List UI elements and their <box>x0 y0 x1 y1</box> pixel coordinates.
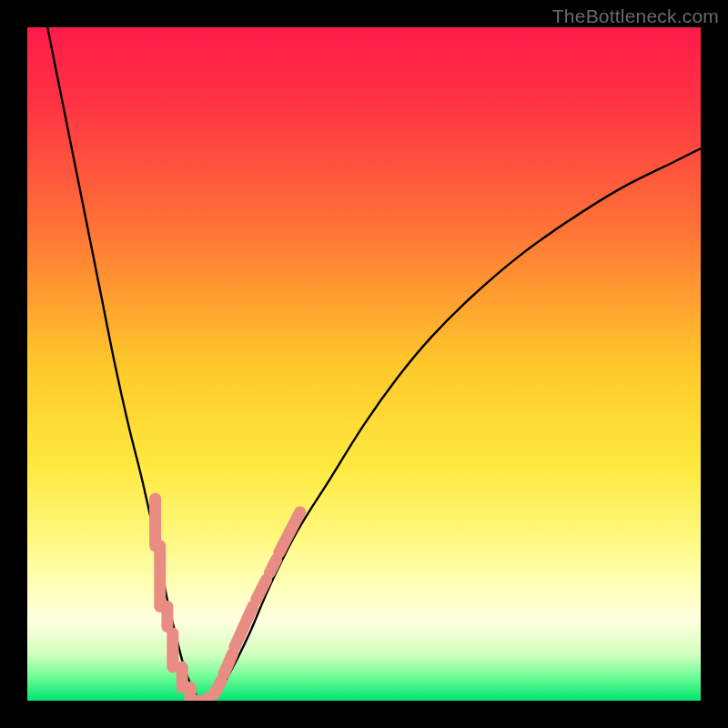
watermark-text: TheBottleneck.com <box>552 5 719 27</box>
svg-line-10 <box>215 681 221 694</box>
svg-line-14 <box>269 560 276 573</box>
highlight-markers <box>156 499 300 701</box>
svg-line-12 <box>235 606 253 646</box>
svg-line-11 <box>224 653 233 673</box>
curve-layer <box>27 27 701 701</box>
plot-area <box>27 27 701 701</box>
chart-frame: TheBottleneck.com <box>0 0 728 728</box>
bottleneck-curve <box>47 27 701 701</box>
